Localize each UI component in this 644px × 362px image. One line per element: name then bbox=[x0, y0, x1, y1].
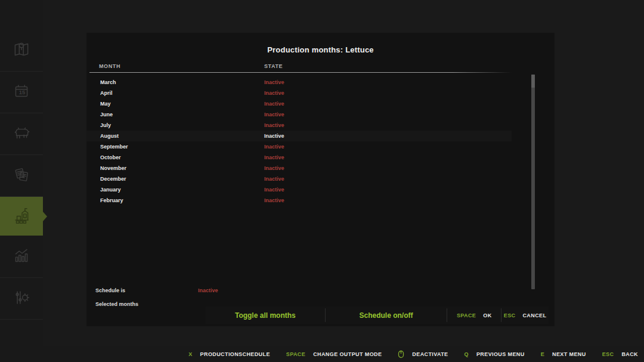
hotkey-deactivate[interactable]: DEACTIVATE bbox=[398, 350, 448, 358]
page-title: Production months: Lettuce bbox=[86, 45, 555, 54]
sidebar-item-contracts[interactable] bbox=[0, 155, 43, 197]
key-hint-e: E bbox=[541, 351, 544, 357]
state-value: Inactive bbox=[264, 165, 284, 171]
sidebar-item-settings[interactable] bbox=[0, 278, 43, 320]
key-hint-space: SPACE bbox=[286, 351, 305, 357]
month-label: August bbox=[100, 133, 264, 139]
ok-label: OK bbox=[483, 313, 491, 318]
key-hint-x: X bbox=[188, 351, 192, 357]
calendar-icon: 15 bbox=[11, 81, 32, 104]
key-hint-esc: ESC bbox=[602, 351, 614, 357]
hotkey-productionschedule[interactable]: X PRODUCTIONSCHEDULE bbox=[188, 351, 270, 357]
sidebar-item-animals[interactable] bbox=[0, 113, 43, 155]
table-row-selected[interactable]: AugustInactive bbox=[86, 131, 512, 141]
month-label: June bbox=[100, 112, 264, 117]
schedule-on-off-button[interactable]: Schedule on/off bbox=[326, 307, 447, 324]
production-months-screen: 15 bbox=[0, 0, 644, 362]
ok-key-hint: SPACE bbox=[457, 313, 476, 318]
state-value: Inactive bbox=[264, 101, 284, 107]
key-hint-q: Q bbox=[465, 351, 469, 357]
state-value: Inactive bbox=[264, 122, 284, 128]
table-row[interactable]: JulyInactive bbox=[86, 120, 512, 131]
table-row[interactable]: DecemberInactive bbox=[86, 174, 512, 184]
months-table: MarchInactive AprilInactive MayInactive … bbox=[86, 77, 512, 206]
toggle-all-months-label: Toggle all months bbox=[235, 311, 296, 320]
hotkey-change-output-mode[interactable]: SPACE CHANGE OUTPUT MODE bbox=[286, 351, 382, 357]
selected-months-row: Selected months bbox=[95, 301, 198, 307]
month-label: September bbox=[100, 144, 264, 150]
active-tab-notch bbox=[43, 212, 47, 221]
column-header-month: MONTH bbox=[99, 63, 120, 69]
production-months-panel: Production months: Lettuce MONTH STATE M… bbox=[86, 33, 555, 326]
table-row[interactable]: JuneInactive bbox=[86, 109, 512, 120]
table-row[interactable]: OctoberInactive bbox=[86, 152, 512, 163]
selected-months-label: Selected months bbox=[95, 301, 198, 307]
state-value: Inactive bbox=[264, 79, 284, 85]
action-row: Toggle all months Schedule on/off SPACE … bbox=[206, 307, 549, 324]
sidebar-item-map[interactable] bbox=[0, 30, 43, 72]
state-value: Inactive bbox=[264, 133, 284, 139]
month-label: May bbox=[100, 101, 264, 107]
state-value: Inactive bbox=[264, 112, 284, 117]
month-label: November bbox=[100, 165, 264, 171]
state-value: Inactive bbox=[264, 144, 284, 150]
column-header-state: STATE bbox=[264, 63, 283, 69]
table-row[interactable]: JanuaryInactive bbox=[86, 184, 512, 195]
month-label: July bbox=[100, 122, 264, 128]
table-row[interactable]: FebruaryInactive bbox=[86, 195, 512, 206]
hotkey-label: BACK bbox=[621, 351, 638, 357]
header-divider bbox=[89, 72, 512, 73]
month-label: January bbox=[100, 187, 264, 193]
cancel-label: CANCEL bbox=[522, 313, 546, 318]
schedule-status-label: Schedule is bbox=[95, 287, 198, 293]
sidebar-item-statistics[interactable] bbox=[0, 236, 43, 278]
hotkey-label: DEACTIVATE bbox=[412, 351, 448, 357]
month-label: December bbox=[100, 176, 264, 182]
hotkey-previous-menu[interactable]: Q PREVIOUS MENU bbox=[465, 351, 525, 357]
state-value: Inactive bbox=[264, 154, 284, 160]
table-scrollbar[interactable] bbox=[531, 75, 535, 289]
cancel-button[interactable]: ESC CANCEL bbox=[501, 307, 549, 324]
ok-button[interactable]: SPACE OK bbox=[447, 307, 501, 324]
animals-icon bbox=[11, 123, 32, 146]
hotkey-label: PRODUCTIONSCHEDULE bbox=[200, 351, 270, 357]
contracts-icon bbox=[11, 165, 32, 187]
hotkey-bar: X PRODUCTIONSCHEDULE SPACE CHANGE OUTPUT… bbox=[0, 346, 644, 362]
table-row[interactable]: SeptemberInactive bbox=[86, 141, 512, 152]
month-label: April bbox=[100, 90, 264, 96]
table-row[interactable]: MayInactive bbox=[86, 98, 512, 109]
month-label: February bbox=[100, 197, 264, 203]
toggle-all-months-button[interactable]: Toggle all months bbox=[206, 307, 325, 324]
state-value: Inactive bbox=[264, 187, 284, 193]
table-row[interactable]: MarchInactive bbox=[86, 77, 512, 88]
schedule-status-value: Inactive bbox=[198, 287, 218, 293]
cancel-key-hint: ESC bbox=[504, 313, 516, 318]
statistics-icon bbox=[11, 246, 32, 268]
mouse-icon bbox=[398, 350, 404, 358]
schedule-on-off-label: Schedule on/off bbox=[359, 311, 413, 320]
month-label: March bbox=[100, 79, 264, 85]
schedule-status-row: Schedule is Inactive bbox=[95, 287, 218, 293]
settings-icon bbox=[11, 287, 32, 310]
sidebar: 15 bbox=[0, 0, 43, 362]
hotkey-back[interactable]: ESC BACK bbox=[602, 351, 638, 357]
hotkey-label: PREVIOUS MENU bbox=[476, 351, 525, 357]
hotkey-next-menu[interactable]: E NEXT MENU bbox=[541, 351, 586, 357]
state-value: Inactive bbox=[264, 90, 284, 96]
table-row[interactable]: NovemberInactive bbox=[86, 163, 512, 174]
svg-text:15: 15 bbox=[19, 89, 26, 95]
sidebar-item-calendar[interactable]: 15 bbox=[0, 72, 43, 113]
map-icon bbox=[11, 39, 32, 62]
state-value: Inactive bbox=[264, 176, 284, 182]
hotkey-label: NEXT MENU bbox=[552, 351, 586, 357]
month-label: October bbox=[100, 154, 264, 160]
production-icon bbox=[11, 205, 32, 228]
scrollbar-thumb[interactable] bbox=[531, 75, 535, 88]
sidebar-item-production[interactable] bbox=[0, 197, 43, 236]
table-row[interactable]: AprilInactive bbox=[86, 88, 512, 98]
state-value: Inactive bbox=[264, 197, 284, 203]
hotkey-label: CHANGE OUTPUT MODE bbox=[313, 351, 382, 357]
